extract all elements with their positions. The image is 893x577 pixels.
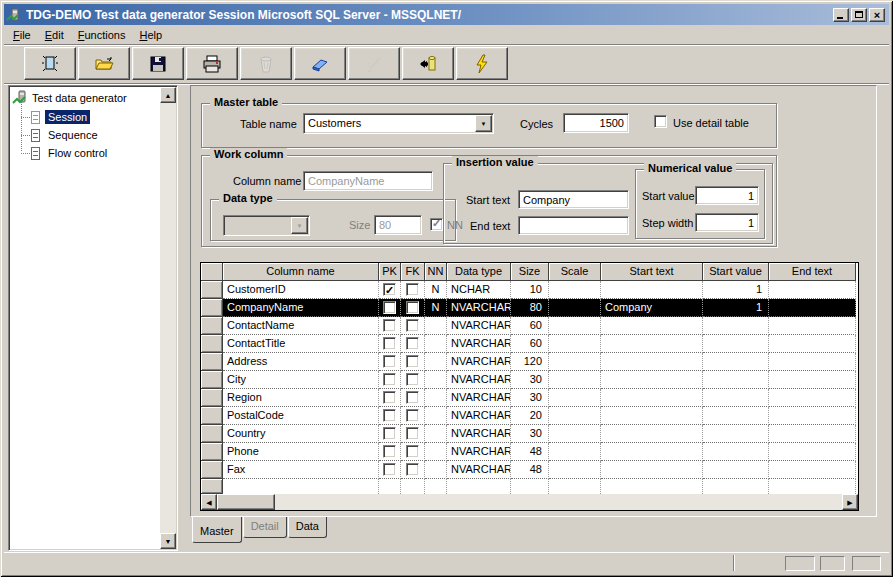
cell-nn[interactable] [425, 317, 447, 335]
tree-scrollbar[interactable]: ▲ ▼ [160, 87, 176, 549]
tree-root-label[interactable]: Test data generator [32, 92, 127, 104]
cell-scale[interactable] [549, 371, 601, 389]
row-selector[interactable] [201, 371, 223, 389]
cell-size[interactable]: 60 [511, 335, 549, 353]
table-row-city[interactable]: CityNVARCHAR30 [201, 371, 858, 389]
cell-nn[interactable] [425, 425, 447, 443]
checkbox-unchecked[interactable] [401, 371, 425, 389]
scroll-left-icon[interactable]: ◀ [201, 494, 217, 510]
cell-nn[interactable] [425, 461, 447, 479]
cell-start-text[interactable] [601, 317, 703, 335]
checkbox-unchecked[interactable] [401, 281, 425, 299]
cell-data-type[interactable]: NVARCHAR [447, 461, 511, 479]
scroll-up-icon[interactable]: ▲ [160, 87, 176, 103]
checkbox-unchecked[interactable] [401, 407, 425, 425]
cycles-input[interactable] [563, 113, 629, 133]
cell-start-value[interactable]: 1 [703, 281, 769, 299]
grid-header-pk[interactable]: PK [379, 263, 401, 281]
edit-button[interactable] [348, 47, 400, 80]
cell-column-name[interactable]: Address [223, 353, 379, 371]
cell-nn[interactable] [425, 443, 447, 461]
cell-end-text[interactable] [769, 299, 856, 317]
grid-header-size[interactable]: Size [511, 263, 549, 281]
tree-item-session[interactable]: Session [21, 108, 159, 126]
unchecked-checkbox-icon[interactable] [406, 445, 419, 458]
row-selector[interactable] [201, 389, 223, 407]
menu-item-edit[interactable]: Edit [38, 27, 71, 43]
cell-end-text[interactable] [769, 371, 856, 389]
unchecked-checkbox-icon[interactable] [383, 337, 396, 350]
menu-item-functions[interactable]: Functions [71, 27, 133, 43]
cell-size[interactable]: 120 [511, 353, 549, 371]
row-selector[interactable] [201, 281, 223, 299]
cell-start-text[interactable]: Company [601, 299, 703, 317]
row-selector[interactable] [201, 335, 223, 353]
table-row-companyname[interactable]: CompanyNameNNVARCHAR80Company1 [201, 299, 858, 317]
cell-nn[interactable]: N [425, 299, 447, 317]
cell-size[interactable]: 30 [511, 371, 549, 389]
unchecked-checkbox-icon[interactable] [383, 463, 396, 476]
checkbox-unchecked[interactable] [401, 389, 425, 407]
table-row-postalcode[interactable]: PostalCodeNVARCHAR20 [201, 407, 858, 425]
menu-item-help[interactable]: Help [132, 27, 169, 43]
checkbox-unchecked[interactable] [401, 317, 425, 335]
table-row-phone[interactable]: PhoneNVARCHAR48 [201, 443, 858, 461]
cell-scale[interactable] [549, 281, 601, 299]
exit-button[interactable] [402, 47, 454, 80]
cell-data-type[interactable]: NCHAR [447, 281, 511, 299]
cell-size[interactable]: 30 [511, 389, 549, 407]
table-row-contactname[interactable]: ContactNameNVARCHAR60 [201, 317, 858, 335]
row-selector[interactable] [201, 353, 223, 371]
checkbox-unchecked[interactable] [401, 461, 425, 479]
title-bar[interactable]: TDG-DEMO Test data generator Session Mic… [4, 4, 889, 25]
checkbox-unchecked[interactable] [379, 389, 401, 407]
cell-start-value[interactable] [703, 443, 769, 461]
cell-start-value[interactable] [703, 407, 769, 425]
cell-start-value[interactable] [703, 371, 769, 389]
cell-data-type[interactable]: NVARCHAR [447, 335, 511, 353]
unchecked-checkbox-icon[interactable] [406, 373, 419, 386]
unchecked-checkbox-icon[interactable] [383, 445, 396, 458]
menu-item-file[interactable]: File [6, 27, 38, 43]
unchecked-checkbox-icon[interactable] [383, 355, 396, 368]
row-selector[interactable] [201, 407, 223, 425]
grid-horizontal-scrollbar[interactable]: ◀ ▶ [201, 494, 858, 510]
checkbox-unchecked[interactable] [379, 371, 401, 389]
cell-start-value[interactable]: 1 [703, 299, 769, 317]
unchecked-checkbox-icon[interactable] [406, 355, 419, 368]
cell-column-name[interactable]: City [223, 371, 379, 389]
cell-scale[interactable] [549, 389, 601, 407]
cell-nn[interactable] [425, 335, 447, 353]
cell-scale[interactable] [549, 299, 601, 317]
unchecked-checkbox-icon[interactable] [383, 373, 396, 386]
checked-checkbox-icon[interactable]: ✓ [383, 283, 396, 296]
tree-item-flow-control[interactable]: Flow control [21, 144, 159, 162]
cell-end-text[interactable] [769, 443, 856, 461]
cell-start-text[interactable] [601, 389, 703, 407]
tab-master[interactable]: Master [192, 517, 242, 543]
cell-start-text[interactable] [601, 281, 703, 299]
cell-start-value[interactable] [703, 353, 769, 371]
cell-end-text[interactable] [769, 335, 856, 353]
cell-start-value[interactable] [703, 335, 769, 353]
minimize-button[interactable] [833, 8, 849, 22]
erase-button[interactable] [294, 47, 346, 80]
tab-detail[interactable]: Detail [243, 517, 287, 538]
unchecked-checkbox-icon[interactable] [406, 427, 419, 440]
grid-header-scale[interactable]: Scale [549, 263, 601, 281]
tab-data[interactable]: Data [288, 517, 327, 538]
unchecked-checkbox-icon[interactable] [406, 409, 419, 422]
row-selector[interactable] [201, 425, 223, 443]
cell-size[interactable]: 30 [511, 425, 549, 443]
row-selector[interactable] [201, 461, 223, 479]
checkbox-unchecked[interactable] [379, 353, 401, 371]
checkbox-unchecked[interactable] [379, 407, 401, 425]
cell-start-text[interactable] [601, 425, 703, 443]
checkbox-unchecked[interactable] [379, 299, 401, 317]
cell-start-text[interactable] [601, 461, 703, 479]
checkbox-unchecked[interactable] [401, 353, 425, 371]
delete-button[interactable] [240, 47, 292, 80]
row-selector[interactable] [201, 299, 223, 317]
start-value-input[interactable] [695, 186, 759, 205]
end-text-input[interactable] [518, 216, 629, 235]
